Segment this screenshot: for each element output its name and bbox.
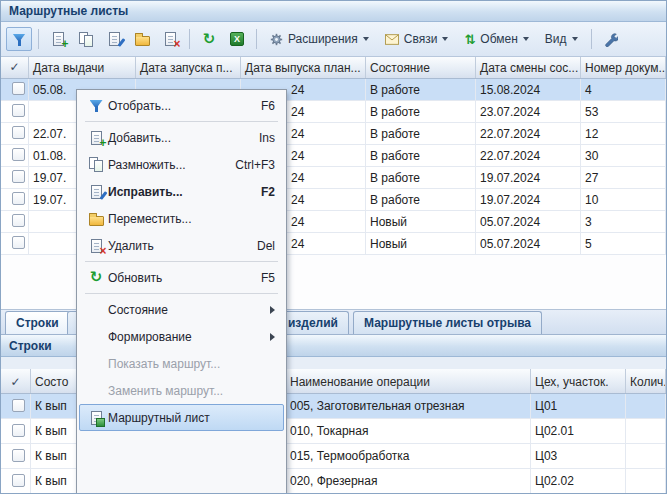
- row-checkbox[interactable]: [12, 236, 25, 249]
- menu-item-edit[interactable]: Исправить... F2: [79, 178, 284, 205]
- cell-operation-name: 010, Токарная: [286, 419, 531, 443]
- cell-state-change-date: 15.08.2024: [476, 79, 581, 100]
- row-select-cell: [1, 419, 31, 443]
- header-plan-date[interactable]: Дата выпуска план...: [241, 57, 366, 78]
- tab-label: изделий: [288, 316, 338, 330]
- filter-button[interactable]: [6, 27, 32, 51]
- chevron-down-icon: [523, 37, 529, 41]
- row-checkbox[interactable]: [12, 126, 25, 139]
- row-select-cell: [1, 167, 29, 188]
- extensions-menu-button[interactable]: Расширения: [263, 27, 376, 51]
- add-document-icon: [91, 131, 102, 145]
- row-checkbox[interactable]: [12, 104, 25, 117]
- toolbar-separator: [189, 29, 190, 49]
- cell-doc-number: 53: [581, 101, 666, 122]
- header-operation-name[interactable]: Наименование операции: [286, 369, 531, 393]
- tools-button[interactable]: [598, 27, 624, 51]
- duplicate-document-icon: [89, 157, 104, 172]
- menu-item-state[interactable]: Состояние: [79, 296, 284, 323]
- edit-document-icon: [109, 32, 120, 46]
- cell-state-change-date: 22.07.2024: [476, 123, 581, 144]
- menu-item-duplicate[interactable]: Размножить... Ctrl+F3: [79, 151, 284, 178]
- row-checkbox[interactable]: [12, 474, 25, 487]
- refresh-button[interactable]: [196, 27, 222, 51]
- menu-item-show-route: Показать маршрут...: [79, 350, 284, 377]
- header-quantity[interactable]: Колич...: [626, 369, 666, 393]
- cell-doc-number: 5: [581, 233, 666, 254]
- menu-item-refresh[interactable]: Обновить F5: [79, 264, 284, 291]
- cell-state: В работе: [366, 167, 476, 188]
- row-checkbox[interactable]: [12, 399, 25, 412]
- edit-button[interactable]: [101, 27, 127, 51]
- extensions-label: Расширения: [288, 32, 358, 46]
- duplicate-document-icon: [79, 32, 94, 47]
- add-document-icon: [53, 32, 64, 46]
- menu-item-formation[interactable]: Формирование: [79, 323, 284, 350]
- delete-document-icon: [165, 32, 176, 46]
- envelope-icon: [385, 34, 399, 45]
- row-select-cell: [1, 79, 29, 100]
- menu-item-filter[interactable]: Отобрать... F6: [79, 92, 284, 119]
- exchange-menu-button[interactable]: Обмен: [457, 27, 535, 51]
- edit-document-icon: [91, 185, 102, 199]
- toolbar-separator: [256, 29, 257, 49]
- cell-state: В работе: [366, 101, 476, 122]
- routes-header-row: ✓ Дата выдачи Дата запуска п... Дата вып…: [1, 57, 666, 79]
- cell-doc-number: 27: [581, 167, 666, 188]
- menu-item-move[interactable]: Переместить...: [79, 205, 284, 232]
- submenu-arrow-icon: [270, 333, 275, 341]
- add-button[interactable]: [45, 27, 71, 51]
- header-state[interactable]: Состояние: [366, 57, 476, 78]
- row-checkbox[interactable]: [12, 82, 25, 95]
- row-checkbox[interactable]: [12, 170, 25, 183]
- row-checkbox[interactable]: [12, 449, 25, 462]
- excel-button[interactable]: [224, 27, 250, 51]
- menu-item-add[interactable]: Добавить... Ins: [79, 124, 284, 151]
- links-menu-button[interactable]: Связи: [378, 27, 456, 51]
- header-launch-date[interactable]: Дата запуска п...: [136, 57, 241, 78]
- cell-operation-name: 020, Фрезерная: [286, 469, 531, 493]
- header-select-all[interactable]: ✓: [1, 369, 31, 393]
- move-folder-icon: [89, 216, 104, 226]
- header-state-change-date[interactable]: Дата смены сос...: [476, 57, 581, 78]
- move-folder-icon: [135, 36, 150, 46]
- row-checkbox[interactable]: [12, 214, 25, 227]
- delete-document-icon: [91, 239, 102, 253]
- view-label: Вид: [545, 32, 567, 46]
- header-doc-number[interactable]: Номер докум...: [581, 57, 666, 78]
- exchange-label: Обмен: [480, 32, 518, 46]
- move-button[interactable]: [129, 27, 155, 51]
- row-select-cell: [1, 145, 29, 166]
- menu-item-delete[interactable]: Удалить Del: [79, 232, 284, 259]
- cell-state-change-date: 05.07.2024: [476, 233, 581, 254]
- tab-stroki[interactable]: Строки: [5, 311, 70, 334]
- menu-separator: [85, 261, 278, 262]
- cell-doc-number: 10: [581, 189, 666, 210]
- cell-shop: Ц02.01: [531, 419, 626, 443]
- cell-doc-number: 3: [581, 211, 666, 232]
- header-shop[interactable]: Цех, участок.: [531, 369, 626, 393]
- wrench-icon: [603, 32, 618, 47]
- tab-marshrutnye-listy-otryva[interactable]: Маршрутные листы отрыва: [353, 311, 542, 334]
- cell-quantity: [626, 394, 666, 418]
- page-title: Маршрутные листы: [9, 4, 128, 18]
- view-menu-button[interactable]: Вид: [538, 27, 585, 51]
- header-select-all[interactable]: ✓: [1, 57, 29, 78]
- chevron-down-icon: [442, 37, 448, 41]
- duplicate-button[interactable]: [73, 27, 99, 51]
- toolbar-separator: [38, 29, 39, 49]
- cell-shop: Ц03: [531, 444, 626, 468]
- row-checkbox[interactable]: [12, 192, 25, 205]
- row-checkbox[interactable]: [12, 424, 25, 437]
- menu-item-route-sheet[interactable]: Маршрутный лист: [79, 404, 284, 431]
- links-label: Связи: [404, 32, 438, 46]
- app-window: Маршрутные листы Расширения Связи: [0, 0, 667, 494]
- cell-quantity: [626, 444, 666, 468]
- exchange-icon: [464, 33, 475, 46]
- row-checkbox[interactable]: [12, 148, 25, 161]
- funnel-icon: [13, 33, 26, 46]
- header-issue-date[interactable]: Дата выдачи: [29, 57, 136, 78]
- delete-button[interactable]: [157, 27, 183, 51]
- cell-shop: Ц02.02: [531, 469, 626, 493]
- toolbar: Расширения Связи Обмен Вид: [1, 22, 666, 57]
